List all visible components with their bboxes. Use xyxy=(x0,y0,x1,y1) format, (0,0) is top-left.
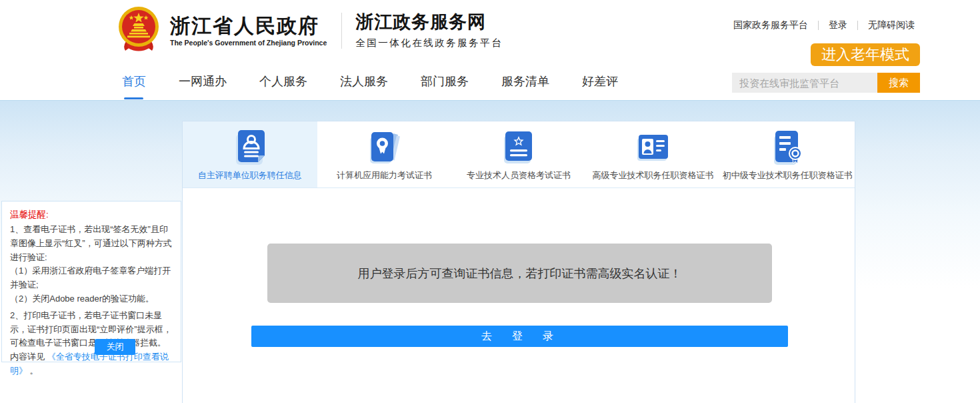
search-bar: 搜索 xyxy=(732,73,920,93)
top-link-separator xyxy=(857,21,858,30)
notice-link-prefix: 内容详见 xyxy=(10,352,47,362)
login-required-message: 用户登录后方可查询证书信息，若打印证书需高级实名认证！ xyxy=(267,244,772,303)
go-login-button[interactable]: 去 登 录 xyxy=(251,326,788,347)
notice-paragraph: 1、查看电子证书，若出现“签名无效”且印章图像上显示“红叉”，可通过以下两种方式… xyxy=(10,223,173,264)
notice-popup: 温馨提醒: 1、查看电子证书，若出现“签名无效”且印章图像上显示“红叉”，可通过… xyxy=(1,201,181,362)
notice-paragraph: 2、打印电子证书，若电子证书窗口未显示，证书打印页面出现“立即评价”提示框，可检… xyxy=(10,309,173,350)
search-input[interactable] xyxy=(732,73,877,93)
nav-item-one-network[interactable]: 一网通办 xyxy=(179,73,227,99)
notice-paragraph: （1）采用浙江省政府电子签章客户端打开并验证; xyxy=(10,264,173,292)
gov-title-block: 浙江省人民政府 The People's Government of Zheji… xyxy=(170,15,327,47)
nav-item-service-list[interactable]: 服务清单 xyxy=(501,73,549,99)
portal-title: 浙江政务服务网 xyxy=(355,12,503,33)
page: 浙江省人民政府 The People's Government of Zheji… xyxy=(0,0,980,403)
top-link-national-platform[interactable]: 国家政务服务平台 xyxy=(733,19,808,31)
star-badge-icon xyxy=(501,129,536,166)
top-link-separator xyxy=(818,21,819,30)
notice-link-suffix: 。 xyxy=(27,366,39,376)
national-emblem-icon xyxy=(117,6,161,55)
tab-label: 初中级专业技术职务任职资格证书 xyxy=(723,169,853,181)
elder-mode-button[interactable]: 进入老年模式 xyxy=(811,43,920,66)
gov-title: 浙江省人民政府 xyxy=(170,15,327,38)
notice-close-button[interactable]: 关闭 xyxy=(95,339,135,355)
logo-divider xyxy=(341,13,342,49)
nav-item-personal-services[interactable]: 个人服务 xyxy=(259,73,307,99)
portal-title-block: 浙江政务服务网 全国一体化在线政务服务平台 xyxy=(355,12,503,49)
nav-item-legal-person-services[interactable]: 法人服务 xyxy=(340,73,388,99)
top-links: 国家政务服务平台 登录 无障碍阅读 xyxy=(733,19,915,31)
tab-senior-qualification-certificate[interactable]: 高级专业技术职务任职资格证书 xyxy=(586,121,721,187)
top-link-accessibility[interactable]: 无障碍阅读 xyxy=(868,19,915,31)
person-document-icon xyxy=(233,129,267,166)
document-seal-icon xyxy=(770,129,805,166)
tab-computer-ability-certificate[interactable]: 计算机应用能力考试证书 xyxy=(317,121,452,187)
notice-title: 温馨提醒: xyxy=(10,209,173,221)
top-link-login[interactable]: 登录 xyxy=(829,19,847,31)
tab-label: 自主评聘单位职务聘任信息 xyxy=(198,169,302,181)
tab-professional-exam-certificate[interactable]: 专业技术人员资格考试证书 xyxy=(451,121,586,187)
notice-paragraph: （2）关闭Adobe reader的验证功能。 xyxy=(10,292,173,306)
nav-item-evaluation[interactable]: 好差评 xyxy=(582,73,618,99)
tab-label: 专业技术人员资格考试证书 xyxy=(467,169,571,181)
certificate-content-card: 自主评聘单位职务聘任信息 计算机应用能力考试证书 xyxy=(182,121,855,403)
tab-junior-mid-qualification-certificate[interactable]: 初中级专业技术职务任职资格证书 xyxy=(720,121,855,187)
search-button[interactable]: 搜索 xyxy=(877,73,920,93)
gov-subtitle: The People's Government of Zhejiang Prov… xyxy=(170,39,327,47)
certificate-medal-icon xyxy=(367,129,401,166)
certificate-tabs: 自主评聘单位职务聘任信息 计算机应用能力考试证书 xyxy=(183,121,855,188)
site-header: 浙江省人民政府 The People's Government of Zheji… xyxy=(0,0,980,100)
nav-item-home[interactable]: 首页 xyxy=(122,73,146,99)
site-logo[interactable]: 浙江省人民政府 The People's Government of Zheji… xyxy=(117,6,503,55)
nav-item-department-services[interactable]: 部门服务 xyxy=(421,73,469,99)
main-area: 自主评聘单位职务聘任信息 计算机应用能力考试证书 xyxy=(0,100,980,403)
tab-label: 高级专业技术职务任职资格证书 xyxy=(593,169,714,181)
portal-subtitle: 全国一体化在线政务服务平台 xyxy=(355,37,503,49)
id-card-icon xyxy=(636,129,671,166)
tab-label: 计算机应用能力考试证书 xyxy=(337,169,432,181)
main-nav: 首页 一网通办 个人服务 法人服务 部门服务 服务清单 好差评 xyxy=(122,73,618,99)
notice-link-line: 内容详见 《全省专技电子证书打印查看说明》 。 xyxy=(10,350,173,378)
tab-self-evaluation-appointment[interactable]: 自主评聘单位职务聘任信息 xyxy=(183,121,317,187)
